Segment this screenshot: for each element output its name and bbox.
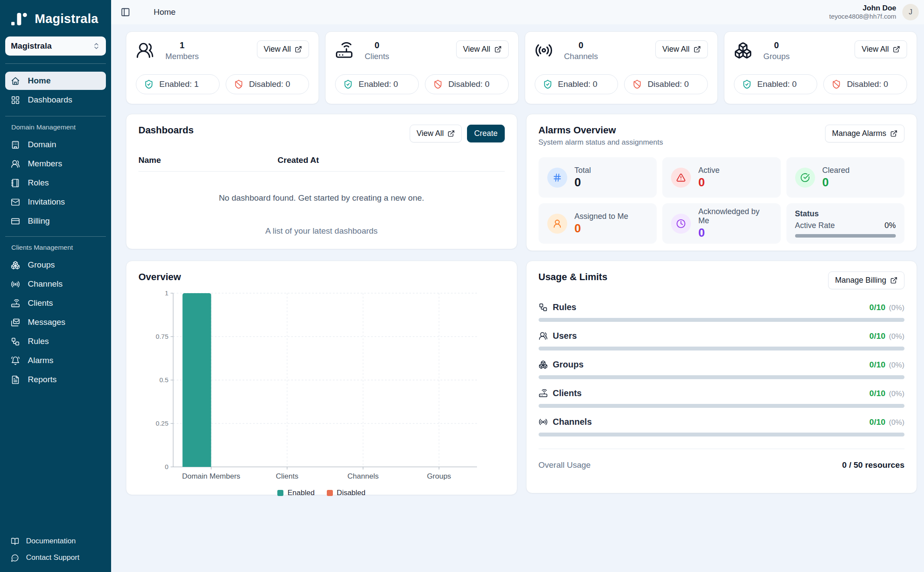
sidebar-item-alarms[interactable]: Alarms bbox=[5, 351, 106, 370]
stat-card-members: 1MembersView AllEnabled: 1Disabled: 0 bbox=[126, 31, 319, 104]
alarm-tile-value: 0 bbox=[575, 222, 628, 235]
radio-icon bbox=[11, 280, 20, 289]
usage-progress bbox=[539, 433, 905, 436]
sidebar-item-home[interactable]: Home bbox=[5, 72, 106, 90]
dashboards-title: Dashboards bbox=[138, 125, 194, 136]
sidebar-toggle-button[interactable] bbox=[118, 5, 133, 20]
sidebar-item-label: Clients bbox=[28, 298, 53, 308]
external-link-icon bbox=[494, 46, 502, 53]
external-link-icon bbox=[890, 277, 898, 284]
sidebar-item-domain[interactable]: Domain bbox=[5, 136, 106, 154]
topbar-user: John Doe teyoce4808@hh7f.com J bbox=[829, 3, 919, 21]
svg-text:0.25: 0.25 bbox=[156, 420, 168, 427]
message-circle-icon bbox=[11, 554, 19, 562]
svg-text:1: 1 bbox=[165, 289, 168, 297]
breadcrumb[interactable]: Home bbox=[154, 7, 176, 17]
overall-usage-value: 0 / 50 resources bbox=[842, 460, 904, 470]
disabled-badge: Disabled: 0 bbox=[425, 74, 509, 94]
sidebar-item-label: Dashboards bbox=[28, 95, 72, 105]
legend-swatch bbox=[327, 490, 333, 496]
usage-panel: Usage & Limits Manage Billing Rules0/10(… bbox=[526, 261, 917, 493]
avatar[interactable]: J bbox=[902, 4, 919, 20]
sidebar-item-billing[interactable]: Billing bbox=[5, 212, 106, 230]
sidebar-divider bbox=[5, 236, 106, 237]
sidebar-item-channels[interactable]: Channels bbox=[5, 275, 106, 293]
view-all-label: View All bbox=[862, 45, 889, 54]
boxes-icon bbox=[11, 261, 20, 270]
sidebar-sections: Domain ManagementDomainMembersRolesInvit… bbox=[0, 122, 111, 390]
shield-check-icon bbox=[742, 79, 752, 89]
usage-value: 0/10 bbox=[869, 417, 885, 427]
sidebar-item-label: Channels bbox=[28, 279, 62, 289]
boxes-icon bbox=[539, 360, 548, 369]
sidebar-item-roles[interactable]: Roles bbox=[5, 174, 106, 192]
logo-text: Magistrala bbox=[35, 12, 98, 26]
sidebar-item-label: Alarms bbox=[28, 356, 53, 365]
sidebar-item-label: Members bbox=[28, 159, 62, 169]
sidebar-item-messages[interactable]: Messages bbox=[5, 313, 106, 331]
sidebar-item-rules[interactable]: Rules bbox=[5, 332, 106, 350]
dashboards-table-header: Name Created At bbox=[138, 155, 505, 172]
svg-text:0.5: 0.5 bbox=[159, 376, 168, 384]
sidebar-item-clients[interactable]: Clients bbox=[5, 294, 106, 312]
user-name: John Doe bbox=[829, 3, 897, 13]
overview-panel: Overview 00.250.50.751Domain MembersClie… bbox=[126, 261, 517, 495]
dashboards-view-all-button[interactable]: View All bbox=[410, 125, 462, 142]
sidebar-item-members[interactable]: Members bbox=[5, 155, 106, 173]
dashboards-create-button[interactable]: Create bbox=[467, 125, 504, 142]
router-icon bbox=[539, 389, 548, 398]
bar-enabled-domain-members bbox=[183, 293, 211, 467]
alarms-panel: Alarms Overview System alarm status and … bbox=[526, 114, 917, 251]
section-items: GroupsChannelsClientsMessagesRulesAlarms… bbox=[0, 256, 111, 389]
alarm-tile-acknowledged-by-me: Acknowledged by Me0 bbox=[662, 203, 781, 244]
sidebar-item-label: Groups bbox=[28, 260, 55, 270]
alarm-tile-value: 0 bbox=[575, 176, 591, 189]
shield-ban-icon bbox=[832, 79, 841, 89]
sidebar-item-groups[interactable]: Groups bbox=[5, 256, 106, 274]
view-all-label: View All bbox=[264, 45, 291, 54]
view-all-button[interactable]: View All bbox=[655, 40, 708, 58]
alarm-tile-total: Total0 bbox=[539, 157, 657, 198]
disabled-badge-label: Disabled: 0 bbox=[249, 79, 290, 89]
sidebar-item-documentation[interactable]: Documentation bbox=[5, 533, 106, 549]
sidebar-item-invitations[interactable]: Invitations bbox=[5, 193, 106, 211]
dashboards-panel: Dashboards View All Create Name bbox=[126, 114, 517, 249]
legend-item-disabled: Disabled bbox=[327, 489, 365, 497]
disabled-badge-label: Disabled: 0 bbox=[648, 79, 689, 89]
manage-alarms-button[interactable]: Manage Alarms bbox=[825, 125, 904, 142]
workflow-icon bbox=[539, 303, 548, 312]
router-icon bbox=[335, 41, 353, 60]
boxes-icon bbox=[734, 41, 752, 60]
user-meta: John Doe teyoce4808@hh7f.com bbox=[829, 3, 897, 21]
stat-label: Channels bbox=[564, 52, 598, 61]
manage-billing-label: Manage Billing bbox=[835, 276, 886, 285]
bar-chart-svg: 00.250.50.751Domain MembersClientsChanne… bbox=[138, 287, 499, 483]
overview-title: Overview bbox=[138, 271, 505, 283]
sidebar-item-dashboards[interactable]: Dashboards bbox=[5, 91, 106, 109]
users-icon bbox=[136, 41, 154, 60]
sidebar-item-label: Documentation bbox=[26, 537, 76, 546]
bell-ring-icon bbox=[11, 356, 20, 365]
enabled-badge-label: Enabled: 0 bbox=[757, 79, 797, 89]
stat-label: Members bbox=[165, 52, 199, 61]
topbar: Home John Doe teyoce4808@hh7f.com J bbox=[111, 0, 924, 24]
external-link-icon bbox=[893, 46, 900, 53]
legend-swatch bbox=[277, 490, 283, 496]
alarms-subtitle: System alarm status and assignments bbox=[539, 138, 663, 147]
shield-check-icon bbox=[343, 79, 353, 89]
alert-triangle-icon bbox=[676, 173, 686, 182]
domain-selector[interactable]: Magistrala bbox=[5, 36, 106, 56]
sidebar-item-contact-support[interactable]: Contact Support bbox=[5, 549, 106, 566]
view-all-button[interactable]: View All bbox=[855, 40, 907, 58]
sidebar-divider bbox=[5, 63, 106, 64]
manage-billing-button[interactable]: Manage Billing bbox=[828, 271, 904, 289]
shield-ban-icon bbox=[433, 79, 443, 89]
sidebar-item-reports[interactable]: Reports bbox=[5, 370, 106, 389]
sidebar-item-label: Domain bbox=[28, 140, 56, 149]
section-header-domain-management: Domain Management bbox=[0, 122, 111, 136]
alarm-tile-value: 0 bbox=[698, 176, 720, 189]
view-all-button[interactable]: View All bbox=[456, 40, 509, 58]
alarm-tile-value: 0 bbox=[822, 176, 850, 189]
usage-label: Channels bbox=[553, 417, 592, 427]
view-all-button[interactable]: View All bbox=[257, 40, 309, 58]
